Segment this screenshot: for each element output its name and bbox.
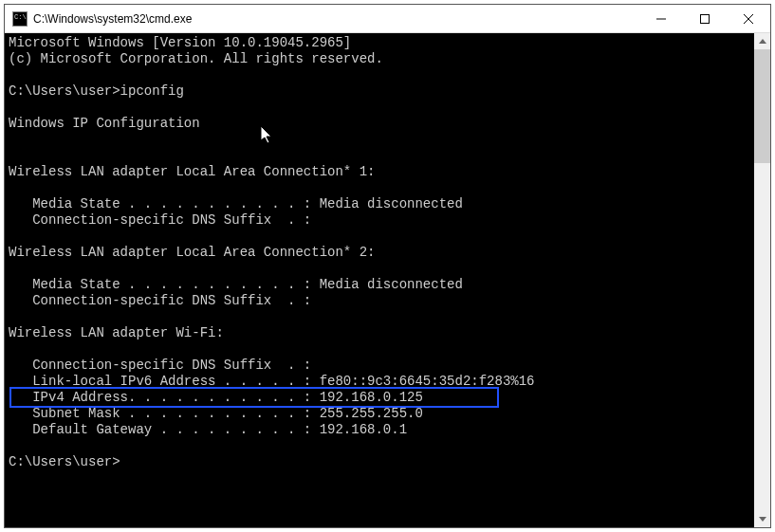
adapter-title: Wireless LAN adapter Wi-Fi:	[9, 325, 224, 340]
titlebar[interactable]: C:\Windows\system32\cmd.exe	[5, 5, 770, 33]
terminal-area: Microsoft Windows [Version 10.0.19045.29…	[5, 33, 770, 527]
prompt-line: C:\Users\user>ipconfig	[9, 83, 184, 99]
output-line: Media State . . . . . . . . . . . : Medi…	[9, 196, 463, 211]
output-line: Windows IP Configuration	[9, 116, 200, 131]
svg-marker-5	[759, 517, 766, 522]
svg-marker-4	[759, 39, 766, 44]
output-line: Link-local IPv6 Address . . . . . : fe80…	[9, 374, 535, 389]
scroll-down-button[interactable]	[754, 511, 770, 527]
adapter-title: Wireless LAN adapter Local Area Connecti…	[9, 164, 375, 179]
close-button[interactable]	[727, 5, 770, 32]
vertical-scrollbar[interactable]	[754, 33, 770, 527]
terminal-output[interactable]: Microsoft Windows [Version 10.0.19045.29…	[5, 33, 754, 527]
output-line: Subnet Mask . . . . . . . . . . . : 255.…	[9, 406, 423, 421]
window-controls	[639, 5, 770, 32]
output-line: Connection-specific DNS Suffix . :	[9, 293, 311, 308]
ipv4-line: IPv4 Address. . . . . . . . . . . : 192.…	[9, 390, 423, 405]
svg-rect-1	[701, 14, 710, 23]
scroll-thumb[interactable]	[754, 49, 770, 163]
adapter-title: Wireless LAN adapter Local Area Connecti…	[9, 245, 375, 260]
output-line: Connection-specific DNS Suffix . :	[9, 358, 311, 373]
output-line: Media State . . . . . . . . . . . : Medi…	[9, 277, 463, 292]
output-line: Default Gateway . . . . . . . . . : 192.…	[9, 422, 407, 437]
output-line: Connection-specific DNS Suffix . :	[9, 212, 311, 228]
scroll-up-button[interactable]	[754, 33, 770, 49]
maximize-button[interactable]	[683, 5, 727, 32]
minimize-button[interactable]	[639, 5, 683, 32]
window-title: C:\Windows\system32\cmd.exe	[33, 12, 639, 26]
output-line: (c) Microsoft Corporation. All rights re…	[9, 51, 383, 66]
cmd-icon	[12, 11, 28, 27]
output-line: Microsoft Windows [Version 10.0.19045.29…	[9, 35, 351, 50]
prompt-line: C:\Users\user>	[9, 454, 120, 469]
cmd-window: C:\Windows\system32\cmd.exe Microsoft Wi…	[4, 4, 771, 528]
